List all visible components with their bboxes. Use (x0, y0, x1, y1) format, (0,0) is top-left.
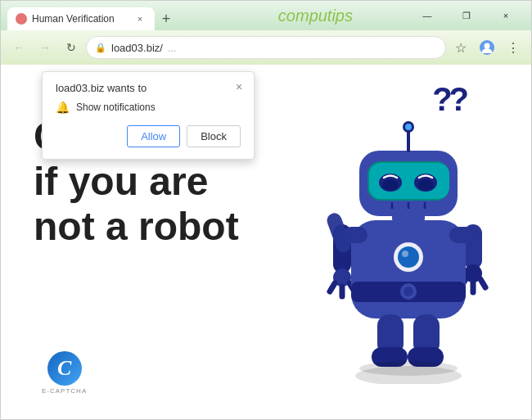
popup-buttons: Allow Block (56, 125, 241, 147)
ecaptcha-logo: C E-CAPTCHA (42, 351, 87, 395)
tab-title: Human Verification (32, 13, 115, 25)
browser-window: Human Verification × + computips — ❐ × ←… (0, 0, 532, 420)
tab-favicon (16, 13, 27, 25)
profile-button[interactable] (476, 36, 498, 59)
title-bar: Human Verification × + computips — ❐ × (1, 1, 531, 30)
svg-point-18 (398, 246, 419, 268)
robot-svg (318, 106, 498, 384)
allow-button[interactable]: Allow (127, 125, 180, 147)
svg-line-5 (330, 283, 335, 291)
reload-button[interactable]: ↻ (60, 36, 83, 59)
svg-line-12 (480, 279, 485, 287)
svg-point-16 (404, 287, 413, 296)
notification-row: 🔔 Show notifications (56, 101, 241, 114)
page-content: × load03.biz wants to 🔔 Show notificatio… (1, 65, 531, 419)
block-button[interactable]: Block (187, 125, 241, 147)
address-bar: ← → ↻ 🔒 load03.biz/ ... ☆ ⋮ (1, 30, 531, 65)
svg-point-27 (382, 179, 399, 191)
svg-rect-21 (449, 227, 474, 243)
bell-icon: 🔔 (56, 101, 70, 114)
new-tab-button[interactable]: + (155, 7, 178, 30)
robot-illustration: ?? (302, 73, 515, 384)
show-notifications-text: Show notifications (76, 102, 156, 113)
close-button[interactable]: × (487, 3, 525, 28)
bookmark-button[interactable]: ☆ (449, 36, 472, 59)
tab-area: Human Verification × + (7, 1, 275, 30)
url-text: load03.biz/ (111, 42, 163, 54)
maximize-button[interactable]: ❐ (448, 3, 485, 28)
minimize-button[interactable]: — (408, 3, 446, 28)
back-button[interactable]: ← (7, 36, 30, 59)
url-text-dim: ... (168, 42, 177, 54)
window-controls: — ❐ × (408, 3, 525, 28)
notification-popup: × load03.biz wants to 🔔 Show notificatio… (42, 71, 255, 160)
popup-close-button[interactable]: × (231, 79, 247, 95)
tab-close-button[interactable]: × (133, 12, 147, 25)
svg-point-1 (485, 43, 490, 49)
popup-title: load03.biz wants to (56, 82, 241, 94)
svg-point-29 (417, 179, 434, 191)
ecaptcha-label: E-CAPTCHA (42, 387, 87, 395)
computips-label: computips (278, 7, 402, 25)
svg-point-19 (402, 251, 408, 257)
svg-point-35 (405, 124, 412, 130)
forward-button[interactable]: → (34, 36, 56, 59)
ecaptcha-icon: C (47, 351, 82, 386)
lock-icon: 🔒 (95, 43, 106, 53)
url-bar[interactable]: 🔒 load03.biz/ ... (86, 36, 446, 59)
robot-shadow (359, 361, 458, 376)
active-tab[interactable]: Human Verification × (7, 7, 155, 30)
menu-button[interactable]: ⋮ (502, 36, 525, 59)
